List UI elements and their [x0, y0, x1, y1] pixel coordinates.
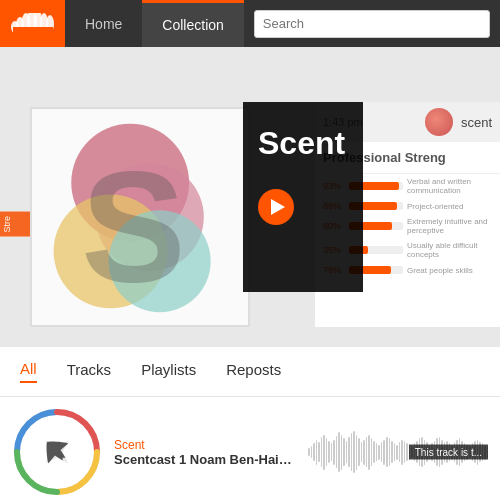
search-container [244, 0, 500, 47]
wf-bar [371, 438, 373, 466]
wf-bar [318, 442, 320, 462]
track-badge: This track is t... [409, 445, 488, 460]
wf-bar [366, 437, 368, 467]
navbar: Home Collection [0, 0, 500, 47]
left-text: Stre [0, 212, 30, 237]
rp-bar-label: Extremely intuitive and perceptive [407, 217, 492, 235]
tab-playlists[interactable]: Playlists [141, 361, 196, 382]
wf-bar [331, 443, 333, 461]
wf-bar [394, 443, 396, 461]
wf-bar [401, 440, 403, 465]
wf-bar [321, 437, 323, 467]
wf-bar [363, 440, 365, 465]
wf-bar [358, 438, 360, 466]
wf-bar [316, 440, 318, 465]
play-arrow-icon [271, 199, 285, 215]
svg-rect-7 [13, 27, 53, 33]
wf-bar [308, 448, 310, 456]
play-button[interactable] [258, 189, 294, 225]
wf-bar [383, 440, 385, 465]
rp-bar-label: Verbal and written communication [407, 177, 492, 195]
wf-bar [338, 432, 340, 472]
wf-bar [311, 446, 313, 458]
track-row: Scent Scentcast 1 Noam Ben-Haim, Google … [0, 397, 500, 500]
wf-bar [341, 435, 343, 470]
wf-bar [336, 436, 338, 468]
wf-bar [399, 442, 401, 462]
circle-logo [12, 407, 102, 497]
wf-bar [373, 441, 375, 463]
home-label: Home [85, 16, 122, 32]
search-input[interactable] [254, 10, 490, 38]
tabs-bar: AllTracksPlaylistsReposts [0, 347, 500, 397]
rp-name: scent [461, 115, 492, 130]
s-logo: S [30, 107, 250, 327]
rp-bar-label: Usually able difficult concepts [407, 241, 492, 259]
wf-bar [326, 438, 328, 466]
wf-bar [389, 438, 391, 466]
wf-bar [351, 433, 353, 471]
wf-bar [386, 437, 388, 467]
main-content: S Stre Scent 1:43 pm scent Professional … [0, 47, 500, 500]
rp-bar-label: Great people skills [407, 266, 492, 275]
dark-panel: Scent [243, 102, 363, 292]
wf-bar [376, 443, 378, 461]
wf-bar [356, 435, 358, 470]
wf-bar [346, 441, 348, 463]
cover-area: S Stre Scent 1:43 pm scent Professional … [0, 47, 500, 347]
wf-bar [368, 435, 370, 470]
wf-bar [348, 437, 350, 467]
track-waveform[interactable]: This track is t... [308, 430, 488, 475]
wf-bar [328, 441, 330, 463]
tab-tracks[interactable]: Tracks [67, 361, 111, 382]
collection-label: Collection [162, 17, 223, 33]
scent-title: Scent [258, 127, 345, 159]
wf-bar [406, 443, 408, 461]
wf-bar [391, 441, 393, 463]
logo[interactable] [0, 0, 65, 47]
tabs-container: AllTracksPlaylistsReposts [20, 360, 281, 383]
track-artist: Scent [114, 438, 296, 452]
wf-bar [404, 441, 406, 463]
wf-bar [333, 440, 335, 465]
tab-reposts[interactable]: Reposts [226, 361, 281, 382]
wf-bar [353, 431, 355, 473]
rp-avatar [425, 108, 453, 136]
wf-bar [378, 445, 380, 460]
left-text-content: Stre [2, 216, 12, 233]
rp-bar-label: Project-oriented [407, 202, 492, 211]
wf-bar [343, 438, 345, 466]
wf-bar [381, 442, 383, 462]
track-info: Scent Scentcast 1 Noam Ben-Haim, Google [114, 438, 296, 467]
wf-bar [313, 443, 315, 461]
tab-all[interactable]: All [20, 360, 37, 383]
home-nav[interactable]: Home [65, 0, 142, 47]
wf-bar [361, 442, 363, 462]
wf-bar [396, 445, 398, 460]
collection-nav[interactable]: Collection [142, 0, 243, 47]
svg-text:S: S [81, 139, 180, 314]
wf-bar [323, 435, 325, 470]
track-name: Scentcast 1 Noam Ben-Haim, Google [114, 452, 296, 467]
